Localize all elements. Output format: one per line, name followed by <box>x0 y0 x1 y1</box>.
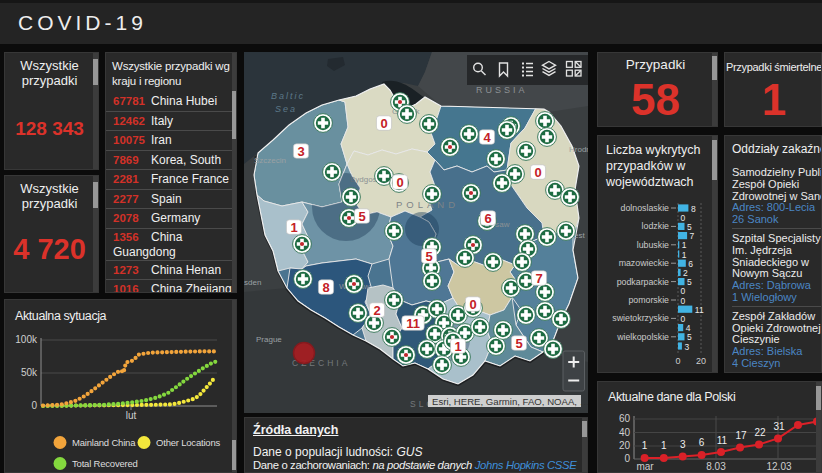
svg-text:0: 0 <box>675 356 680 366</box>
svg-text:Other Locations: Other Locations <box>156 437 221 448</box>
svg-text:Baltic: Baltic <box>271 91 305 101</box>
svg-text:0: 0 <box>380 116 387 131</box>
svg-text:lodzkie: lodzkie <box>642 221 669 231</box>
svg-text:31: 31 <box>773 421 785 432</box>
svg-text:Mainland China: Mainland China <box>72 437 136 448</box>
svg-text:Prague: Prague <box>256 335 282 344</box>
svg-text:Sea: Sea <box>275 104 297 114</box>
svg-text:5: 5 <box>425 249 432 264</box>
svg-text:3: 3 <box>297 144 304 159</box>
svg-text:20: 20 <box>696 356 706 366</box>
svg-text:3: 3 <box>684 342 689 352</box>
svg-text:lut: lut <box>126 410 137 421</box>
svg-text:Esri, HERE, Garmin, FAO, NOAA,: Esri, HERE, Garmin, FAO, NOAA, … <box>432 396 588 407</box>
svg-text:11: 11 <box>695 305 704 315</box>
svg-text:5: 5 <box>515 336 522 351</box>
svg-text:1: 1 <box>682 250 687 260</box>
svg-text:0: 0 <box>624 453 630 464</box>
svg-text:1: 1 <box>661 440 667 451</box>
svg-text:5: 5 <box>358 209 365 224</box>
svg-text:mazowieckie: mazowieckie <box>619 258 669 268</box>
svg-text:swietokrzyskie: swietokrzyskie <box>612 313 669 323</box>
svg-text:0: 0 <box>31 400 37 411</box>
svg-text:6: 6 <box>699 437 705 448</box>
svg-text:1: 1 <box>454 339 461 354</box>
svg-text:8: 8 <box>691 204 696 214</box>
svg-text:Hrodna: Hrodna <box>569 145 588 154</box>
svg-text:mar: mar <box>636 461 654 472</box>
svg-text:0: 0 <box>469 297 476 312</box>
svg-text:6: 6 <box>484 211 491 226</box>
svg-text:1: 1 <box>290 220 297 235</box>
svg-text:40: 40 <box>619 427 631 438</box>
svg-text:podkarpackie: podkarpackie <box>617 277 669 287</box>
svg-text:0: 0 <box>681 296 686 306</box>
svg-text:6: 6 <box>688 259 693 269</box>
svg-text:sden: sden <box>244 278 261 287</box>
svg-text:12.03: 12.03 <box>766 461 791 472</box>
svg-text:Total Recovered: Total Recovered <box>72 458 138 469</box>
svg-text:0: 0 <box>681 213 686 223</box>
svg-text:11: 11 <box>717 435 728 446</box>
svg-text:100k: 100k <box>15 334 38 345</box>
svg-text:dolnoslaskie: dolnoslaskie <box>621 203 670 213</box>
svg-text:60: 60 <box>619 413 631 424</box>
svg-text:0: 0 <box>396 175 403 190</box>
svg-text:7: 7 <box>535 271 542 286</box>
svg-text:1: 1 <box>642 440 648 451</box>
svg-text:7: 7 <box>690 231 695 241</box>
svg-text:pomorskie: pomorskie <box>628 295 669 305</box>
svg-text:8: 8 <box>322 280 329 295</box>
svg-text:4: 4 <box>483 130 491 145</box>
svg-text:22: 22 <box>754 427 766 438</box>
svg-text:2: 2 <box>373 303 380 318</box>
svg-text:0: 0 <box>534 165 541 180</box>
svg-text:50k: 50k <box>21 367 38 378</box>
svg-text:RUSSIA: RUSSIA <box>476 85 528 95</box>
svg-text:lubuskie: lubuskie <box>637 240 669 250</box>
svg-text:11: 11 <box>406 316 420 331</box>
svg-text:wielkopolskie: wielkopolskie <box>616 332 669 342</box>
svg-text:5: 5 <box>687 277 692 287</box>
svg-text:3: 3 <box>680 439 686 450</box>
svg-text:8.03: 8.03 <box>706 461 726 472</box>
svg-text:20: 20 <box>619 440 631 451</box>
svg-text:Szczecin: Szczecin <box>254 156 286 165</box>
svg-text:17: 17 <box>735 430 747 441</box>
